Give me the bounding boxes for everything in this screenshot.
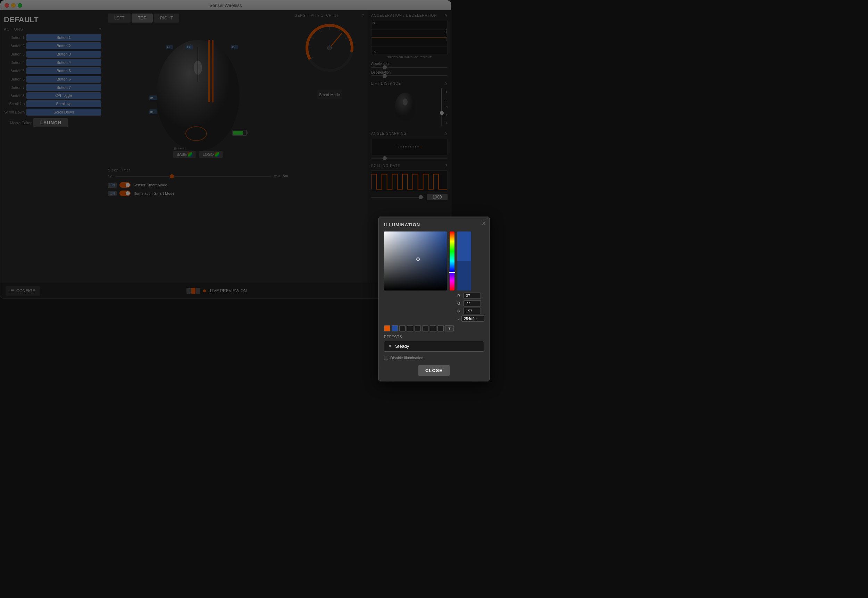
illumination-modal: ILLUMINATION ✕ R — [379, 217, 451, 299]
hue-cursor — [449, 272, 451, 273]
hue-bar[interactable] — [450, 232, 451, 290]
color-cursor — [416, 257, 420, 261]
gradient-dark — [384, 232, 447, 290]
modal-title: ILLUMINATION — [384, 222, 451, 227]
color-gradient-picker[interactable] — [384, 232, 447, 290]
color-picker-area: R G B # — [384, 232, 451, 299]
modal-overlay: ILLUMINATION ✕ R — [0, 0, 451, 299]
